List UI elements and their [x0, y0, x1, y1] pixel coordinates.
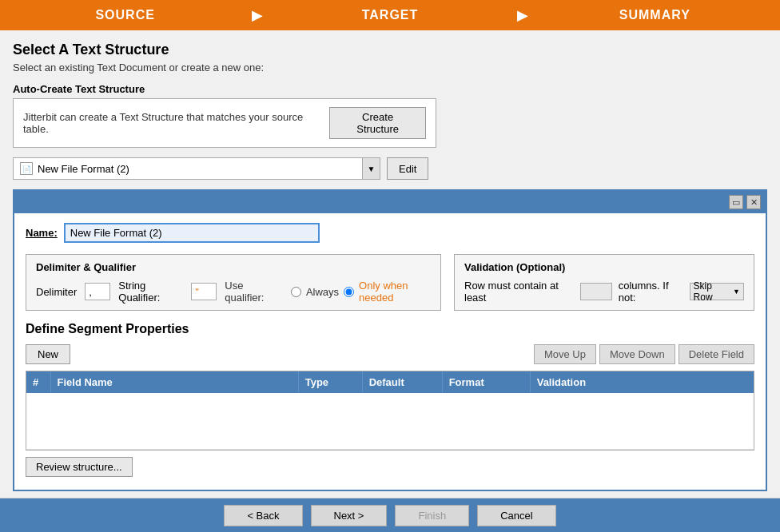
table-empty-cell — [26, 393, 754, 449]
col-header-field-name: Field Name — [50, 371, 298, 393]
format-dropdown-text: 📄 New File Format (2) — [14, 162, 362, 175]
delimiter-qualifier-box: Delimiter & Qualifier Delimiter String Q… — [26, 254, 441, 311]
delimiter-validation-row: Delimiter & Qualifier Delimiter String Q… — [26, 254, 754, 311]
move-up-button[interactable]: Move Up — [534, 344, 596, 364]
bottom-bar: < Back Next > Finish Cancel — [0, 498, 780, 532]
cancel-button[interactable]: Cancel — [477, 505, 555, 526]
delimiter-label: Delimiter — [36, 286, 77, 298]
delimiter-row: Delimiter String Qualifier: Use qualifie… — [36, 280, 431, 304]
name-row: Name: — [26, 223, 754, 243]
file-icon: 📄 — [20, 162, 33, 175]
validation-title: Validation (Optional) — [464, 261, 744, 273]
validation-row: Row must contain at least columns. If no… — [464, 280, 744, 304]
dialog-restore-button[interactable]: ▭ — [729, 195, 743, 209]
dialog-header: ▭ ✕ — [14, 191, 766, 213]
name-label: Name: — [26, 227, 58, 239]
move-down-button[interactable]: Move Down — [599, 344, 675, 364]
nav-summary-label: SUMMARY — [619, 8, 690, 22]
main-content: Select A Text Structure Select an existi… — [0, 30, 780, 498]
use-qualifier-label: Use qualifier: — [225, 280, 280, 304]
auto-create-box: Jitterbit can create a Text Structure th… — [13, 98, 436, 148]
string-qualifier-input[interactable] — [191, 283, 217, 300]
fields-table-container: # Field Name Type Default Format Validat… — [26, 371, 754, 451]
review-structure-button[interactable]: Review structure... — [26, 457, 133, 477]
validation-dropdown-arrow: ▼ — [733, 288, 740, 296]
name-input[interactable] — [64, 223, 320, 243]
nav-target[interactable]: TARGET — [265, 0, 515, 30]
col-header-number: # — [26, 371, 50, 393]
new-field-button[interactable]: New — [26, 344, 70, 364]
validation-action-dropdown[interactable]: Skip Row ▼ — [690, 283, 744, 300]
fields-table: # Field Name Type Default Format Validat… — [26, 371, 754, 450]
validation-box: Validation (Optional) Row must contain a… — [454, 254, 754, 311]
next-button[interactable]: Next > — [311, 505, 388, 526]
format-dropdown[interactable]: 📄 New File Format (2) ▼ — [13, 157, 380, 180]
table-empty-row — [26, 393, 754, 449]
col-header-validation: Validation — [530, 371, 754, 393]
always-label: Always — [306, 286, 339, 298]
page-title: Select A Text Structure — [13, 42, 767, 58]
col-header-type: Type — [298, 371, 362, 393]
nav-arrow-1: ▶ — [250, 6, 265, 24]
auto-create-section: Auto-Create Text Structure Jitterbit can… — [13, 83, 767, 148]
always-radio[interactable] — [291, 287, 301, 297]
delete-field-button[interactable]: Delete Field — [679, 344, 754, 364]
auto-create-description: Jitterbit can create a Text Structure th… — [23, 111, 329, 135]
delimiter-input[interactable] — [85, 283, 110, 300]
nav-source-label: SOURCE — [95, 8, 154, 22]
delimiter-qualifier-title: Delimiter & Qualifier — [36, 261, 431, 273]
validation-min-columns-input[interactable] — [580, 283, 612, 300]
finish-button[interactable]: Finish — [395, 505, 469, 526]
edit-button[interactable]: Edit — [387, 157, 428, 180]
use-qualifier-radio-group: Always Only when needed — [291, 280, 431, 304]
segment-toolbar: New Move Up Move Down Delete Field — [26, 344, 754, 364]
col-header-default: Default — [362, 371, 442, 393]
back-button[interactable]: < Back — [224, 505, 302, 526]
review-row: Review structure... — [26, 451, 754, 480]
nav-target-label: TARGET — [362, 8, 419, 22]
validation-action-label: Skip Row — [694, 280, 730, 303]
only-when-needed-label: Only when needed — [359, 280, 431, 304]
nav-arrow-2: ▶ — [515, 6, 530, 24]
create-structure-button[interactable]: Create Structure — [329, 107, 426, 139]
dialog-close-button[interactable]: ✕ — [746, 195, 761, 209]
table-header-row: # Field Name Type Default Format Validat… — [26, 371, 754, 393]
page-subtitle: Select an existing Text Document or crea… — [13, 62, 767, 73]
format-selected-value: New File Format (2) — [38, 163, 129, 175]
col-header-format: Format — [442, 371, 530, 393]
format-row: 📄 New File Format (2) ▼ Edit — [13, 157, 767, 180]
nav-summary[interactable]: SUMMARY — [530, 0, 780, 30]
field-action-buttons: Move Up Move Down Delete Field — [534, 344, 754, 364]
top-navigation: SOURCE ▶ TARGET ▶ SUMMARY — [0, 0, 780, 30]
format-dropdown-arrow[interactable]: ▼ — [362, 158, 380, 179]
dialog-body: Name: Delimiter & Qualifier Delimiter St… — [14, 213, 766, 490]
segment-properties-title: Define Segment Properties — [26, 322, 754, 336]
auto-create-label: Auto-Create Text Structure — [13, 83, 767, 95]
validation-description: Row must contain at least — [464, 280, 574, 304]
validation-columns-label: columns. If not: — [619, 280, 683, 304]
dialog-panel: ▭ ✕ Name: Delimiter & Qualifier Delimite… — [13, 189, 767, 491]
string-qualifier-label: String Qualifier: — [118, 280, 183, 304]
nav-source[interactable]: SOURCE — [0, 0, 250, 30]
only-when-needed-radio[interactable] — [344, 287, 354, 297]
